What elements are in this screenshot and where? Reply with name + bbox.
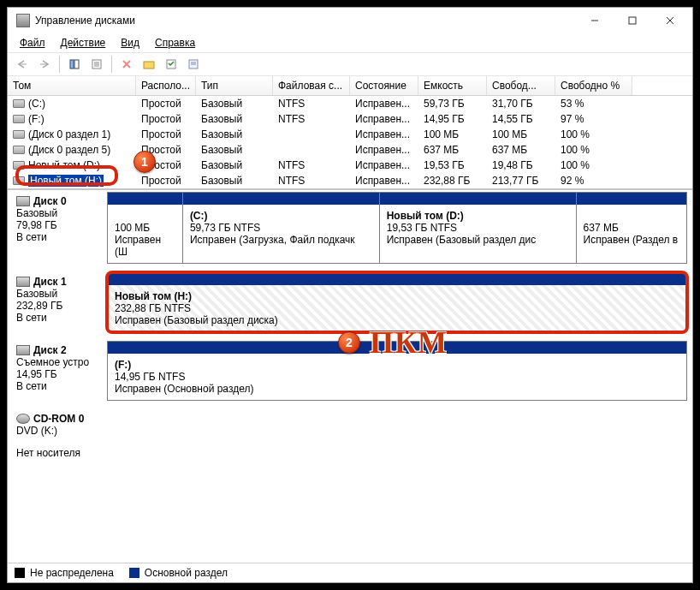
disk-status: В сети — [16, 231, 104, 243]
swatch-unallocated — [15, 568, 25, 578]
volume-row[interactable]: (Диск 0 раздел 5)ПростойБазовыйИсправен.… — [8, 142, 692, 158]
disk0-partition-3[interactable]: 637 МБ Исправен (Раздел в — [577, 193, 686, 263]
close-button[interactable] — [651, 9, 689, 32]
disk-type: Съемное устро — [16, 356, 104, 368]
checklist-button[interactable] — [162, 55, 181, 74]
volume-row[interactable]: (F:)ПростойБазовыйNTFSИсправен...14,95 Г… — [8, 111, 692, 127]
disk-name: Диск 2 — [33, 344, 67, 356]
svg-rect-1 — [629, 17, 636, 24]
volume-row[interactable]: (Диск 0 раздел 1)ПростойБазовыйИсправен.… — [8, 127, 692, 142]
col-capacity[interactable]: Емкость — [418, 76, 487, 95]
disk-icon — [16, 277, 30, 287]
volume-icon — [13, 115, 25, 123]
annotation-marker-1: 1 — [133, 151, 156, 173]
annotation-highlight-1 — [15, 165, 118, 186]
toolbar — [8, 52, 692, 76]
cdrom-row: CD-ROM 0 DVD (K:) Нет носителя — [13, 409, 687, 462]
disk-size: 232,89 ГБ — [16, 300, 104, 312]
disk-status: Нет носителя — [16, 447, 104, 459]
forward-button[interactable] — [35, 55, 54, 74]
disk-status: В сети — [16, 312, 104, 324]
list-button[interactable] — [184, 55, 203, 74]
disk-type: Базовый — [16, 207, 104, 219]
properties-button[interactable] — [87, 55, 106, 74]
app-icon — [16, 14, 30, 27]
disk-0-info[interactable]: Диск 0 Базовый 79,98 ГБ В сети — [13, 192, 107, 264]
disk0-partition-0[interactable]: 100 МБ Исправен (Ш — [108, 193, 183, 263]
disk-1-info[interactable]: Диск 1 Базовый 232,89 ГБ В сети — [13, 272, 107, 332]
disk1-partition-h[interactable]: Новый том (H:) 232,88 ГБ NTFS Исправен (… — [108, 273, 686, 331]
annotation-label-pkm: ПКМ — [370, 325, 448, 361]
disk-0-row: Диск 0 Базовый 79,98 ГБ В сети 100 МБ Ис… — [13, 192, 687, 264]
cdrom-icon — [16, 414, 30, 424]
legend: Не распределена Основной раздел — [8, 563, 692, 582]
titlebar: Управление дисками — [8, 8, 692, 33]
separator — [59, 56, 60, 73]
menu-view[interactable]: Вид — [114, 35, 146, 51]
cancel-button[interactable] — [117, 55, 136, 74]
disk0-partition-d[interactable]: Новый том (D:) 19,53 ГБ NTFS Исправен (Б… — [380, 193, 577, 263]
disk-layout-pane: Диск 0 Базовый 79,98 ГБ В сети 100 МБ Ис… — [8, 190, 692, 563]
menu-action[interactable]: Действие — [54, 35, 113, 51]
col-layout[interactable]: Располо... — [136, 76, 196, 95]
legend-primary: Основной раздел — [145, 567, 228, 579]
window-title: Управление дисками — [35, 15, 576, 27]
menubar: Файл Действие Вид Справка — [8, 33, 692, 52]
disk0-partition-c[interactable]: (C:) 59,73 ГБ NTFS Исправен (Загрузка, Ф… — [183, 193, 380, 263]
refresh-button[interactable] — [65, 55, 84, 74]
disk-status: В сети — [16, 380, 104, 392]
disk-icon — [16, 345, 30, 355]
folder-button[interactable] — [139, 55, 158, 74]
disk-size: 14,95 ГБ — [16, 368, 104, 380]
col-freepct[interactable]: Свободно % — [555, 76, 632, 95]
annotation-marker-2: 2 — [338, 331, 360, 354]
svg-rect-4 — [70, 60, 74, 69]
volume-icon — [13, 130, 25, 139]
menu-file[interactable]: Файл — [13, 35, 52, 51]
column-headers[interactable]: Том Располо... Тип Файловая с... Состоян… — [8, 76, 692, 96]
disk-size: 79,98 ГБ — [16, 219, 104, 231]
disk-name: Диск 0 — [33, 195, 67, 207]
volume-icon — [13, 146, 25, 154]
disk-name: CD-ROM 0 — [33, 413, 84, 425]
svg-rect-12 — [144, 62, 154, 69]
swatch-primary — [129, 568, 139, 578]
disk-type: DVD (K:) — [16, 425, 104, 437]
separator — [111, 56, 112, 73]
maximize-button[interactable] — [614, 9, 651, 32]
col-status[interactable]: Состояние — [350, 76, 418, 95]
legend-unallocated: Не распределена — [30, 567, 114, 579]
disk-2-info[interactable]: Диск 2 Съемное устро 14,95 ГБ В сети — [13, 341, 107, 401]
col-volume[interactable]: Том — [8, 76, 136, 95]
col-type[interactable]: Тип — [196, 76, 273, 95]
svg-rect-5 — [74, 60, 79, 69]
disk-type: Базовый — [16, 288, 104, 300]
col-free[interactable]: Свобод... — [487, 76, 555, 95]
disk-1-row: Диск 1 Базовый 232,89 ГБ В сети Новый то… — [13, 272, 687, 332]
back-button[interactable] — [13, 55, 32, 74]
volume-icon — [13, 99, 25, 108]
volume-row[interactable]: (C:)ПростойБазовыйNTFSИсправен...59,73 Г… — [8, 96, 692, 111]
minimize-button[interactable] — [576, 9, 614, 32]
disk-icon — [16, 196, 30, 206]
menu-help[interactable]: Справка — [148, 35, 202, 51]
disk-name: Диск 1 — [33, 276, 67, 288]
cdrom-info[interactable]: CD-ROM 0 DVD (K:) Нет носителя — [13, 409, 107, 462]
col-fs[interactable]: Файловая с... — [273, 76, 350, 95]
